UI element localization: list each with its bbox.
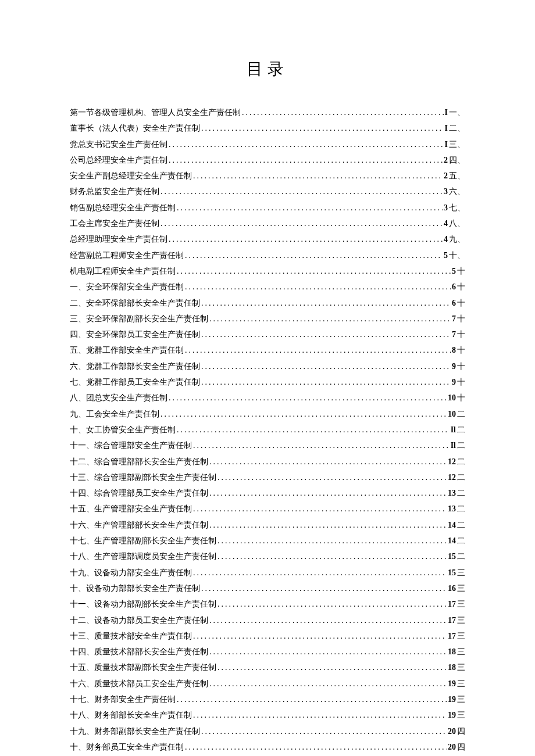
- toc-entry-page: 5: [452, 263, 456, 279]
- toc-entry-label: 一、安全环保部安全生产责任制: [70, 279, 184, 295]
- toc-entry: 一、安全环保部安全生产责任制6 十: [70, 279, 465, 295]
- toc-entry-tail: 三: [457, 707, 465, 723]
- toc-entry: 公司总经理安全生产责任制2 四、: [70, 152, 465, 168]
- toc-entry-page: 19: [448, 676, 456, 691]
- toc-entry-tail: 十: [457, 279, 465, 295]
- toc-entry-tail: 十: [457, 374, 465, 390]
- toc-leader-dots: [193, 707, 447, 723]
- toc-entry-tail: 三: [457, 596, 465, 612]
- toc-entry-page: I: [445, 105, 448, 120]
- toc-leader-dots: [201, 120, 444, 136]
- toc-entry: 十四、综合管理部员工安全生产责任制13 二: [70, 485, 465, 501]
- toc-entry-tail: 九、: [449, 231, 465, 247]
- page-title: 目录: [70, 58, 465, 80]
- toc-entry-label: 七、党群工作部员工安全生产责任制: [70, 374, 200, 390]
- toc-entry-tail: 一、: [449, 105, 465, 120]
- toc-entry: 财务总监安全生产责任制3 六、: [70, 184, 465, 199]
- toc-entry-page: Il: [451, 438, 456, 453]
- toc-leader-dots: [177, 422, 450, 438]
- toc-entry-page: 20: [448, 723, 456, 739]
- toc-entry-label: 十八、生产管理部调度员安全生产责任制: [70, 549, 216, 564]
- toc-entry-label: 销售副总经理安全生产责任制: [70, 200, 176, 216]
- toc-entry: 十、财务部员工安全生产责任制20 四: [70, 739, 465, 755]
- toc-entry-page: Il: [451, 422, 456, 438]
- toc-entry-tail: 十: [457, 327, 465, 342]
- toc-entry-tail: 四: [457, 739, 465, 755]
- toc-entry-label: 十一、综合管理部安全生产责任制: [70, 438, 192, 453]
- toc-entry-tail: 二: [457, 422, 465, 438]
- toc-leader-dots: [169, 231, 443, 247]
- toc-entry-label: 十二、设备动力部员工安全生产责任制: [70, 612, 208, 628]
- toc-entry-label: 十一、设备动力部副部长安全生产责任制: [70, 596, 216, 612]
- toc-entry-page: 8: [452, 342, 456, 358]
- toc-entry: 十九、设备动力部安全生产责任制15三: [70, 565, 465, 581]
- toc-entry-page: 7: [452, 311, 456, 327]
- toc-entry: 三、安全环保部副部长安全生产责任制7 十: [70, 311, 465, 327]
- toc-entry-tail: 三: [457, 612, 465, 628]
- toc-entry-page: 6: [452, 295, 456, 311]
- toc-entry: 机电副工程师安全生产责任制5 十: [70, 263, 465, 279]
- toc-entry-label: 十六、质量技术部员工安全生产责任制: [70, 676, 208, 691]
- toc-entry-page: 5: [444, 248, 448, 263]
- toc-leader-dots: [193, 438, 450, 453]
- toc-entry: 十、设备动力部部长安全生产责任制16 三: [70, 581, 465, 596]
- toc-leader-dots: [242, 105, 444, 120]
- toc-entry-label: 十二、综合管理部部长安全生产责任制: [70, 454, 208, 470]
- toc-entry: 十二、设备动力部员工安全生产责任制17三: [70, 612, 465, 628]
- toc-entry-page: 12: [448, 470, 456, 485]
- toc-entry-page: 4: [444, 231, 448, 247]
- toc-entry-label: 九、工会安全生产责任制: [70, 406, 159, 422]
- toc-entry-label: 财务总监安全生产责任制: [70, 184, 159, 199]
- toc-entry-label: 工会主席安全生产责任制: [70, 216, 159, 231]
- toc-entry-tail: 二: [457, 517, 465, 533]
- table-of-contents: 第一节各级管理机构、管理人员安全生产责任制I 一、董事长（法人代表）安全生产责任…: [70, 105, 465, 756]
- toc-entry-page: 18: [448, 644, 456, 660]
- toc-leader-dots: [209, 676, 447, 691]
- toc-leader-dots: [217, 596, 447, 612]
- toc-entry: 十八、生产管理部调度员安全生产责任制15 二: [70, 549, 465, 564]
- toc-leader-dots: [201, 327, 451, 342]
- toc-entry-tail: 二: [457, 549, 465, 564]
- toc-entry: 十五、质量技术部副部长安全生产责任制18 三: [70, 660, 465, 675]
- toc-leader-dots: [193, 168, 443, 184]
- toc-entry-label: 党总支书记安全生产责任制: [70, 137, 167, 152]
- toc-entry-label: 十三、质量技术部安全生产责任制: [70, 628, 192, 644]
- toc-entry-tail: 三: [457, 660, 465, 675]
- toc-leader-dots: [209, 612, 447, 628]
- toc-leader-dots: [169, 152, 443, 168]
- toc-entry: 第一节各级管理机构、管理人员安全生产责任制I 一、: [70, 105, 465, 120]
- toc-entry: 工会主席安全生产责任制4 八、: [70, 216, 465, 231]
- toc-entry-page: 13: [448, 501, 456, 517]
- toc-entry-page: 2: [444, 168, 448, 184]
- toc-entry: 党总支书记安全生产责任制I 三、: [70, 137, 465, 152]
- toc-entry: 十六、生产管理部部长安全生产责任制14 二: [70, 517, 465, 533]
- toc-entry-label: 十九、财务部副部长安全生产责任制: [70, 723, 200, 739]
- toc-entry-label: 十七、生产管理部副部长安全生产责任制: [70, 533, 216, 549]
- toc-leader-dots: [201, 359, 451, 374]
- toc-leader-dots: [193, 565, 447, 581]
- toc-entry-tail: 十: [457, 390, 465, 406]
- toc-entry-tail: 三: [457, 628, 465, 644]
- toc-entry-page: 17: [448, 612, 456, 628]
- toc-entry-tail: 二: [457, 454, 465, 470]
- toc-entry: 十三、质量技术部安全生产责任制17三: [70, 628, 465, 644]
- toc-leader-dots: [209, 454, 447, 470]
- toc-entry: 七、党群工作部员工安全生产责任制9 十: [70, 374, 465, 390]
- toc-entry-label: 十、女工协管安全生产责任制: [70, 422, 176, 438]
- toc-leader-dots: [209, 485, 447, 501]
- toc-leader-dots: [185, 739, 447, 755]
- toc-entry-page: 17: [448, 628, 456, 644]
- toc-entry-label: 十八、财务部部长安全生产责任制: [70, 707, 192, 723]
- toc-entry-page: 13: [448, 485, 456, 501]
- toc-entry-label: 四、安全环保部员工安全生产责任制: [70, 327, 200, 342]
- toc-entry-page: 3: [444, 184, 448, 199]
- toc-entry-page: 19: [448, 691, 456, 707]
- toc-entry-label: 十五、质量技术部副部长安全生产责任制: [70, 660, 216, 675]
- toc-entry-tail: 三: [457, 676, 465, 691]
- toc-leader-dots: [169, 390, 447, 406]
- toc-entry-tail: 十: [457, 359, 465, 374]
- toc-entry-tail: 十、: [449, 248, 465, 263]
- toc-entry: 十七、生产管理部副部长安全生产责任制14 二: [70, 533, 465, 549]
- toc-entry-page: 15: [448, 565, 456, 581]
- toc-entry: 八、团总支安全生产责任制10 十: [70, 390, 465, 406]
